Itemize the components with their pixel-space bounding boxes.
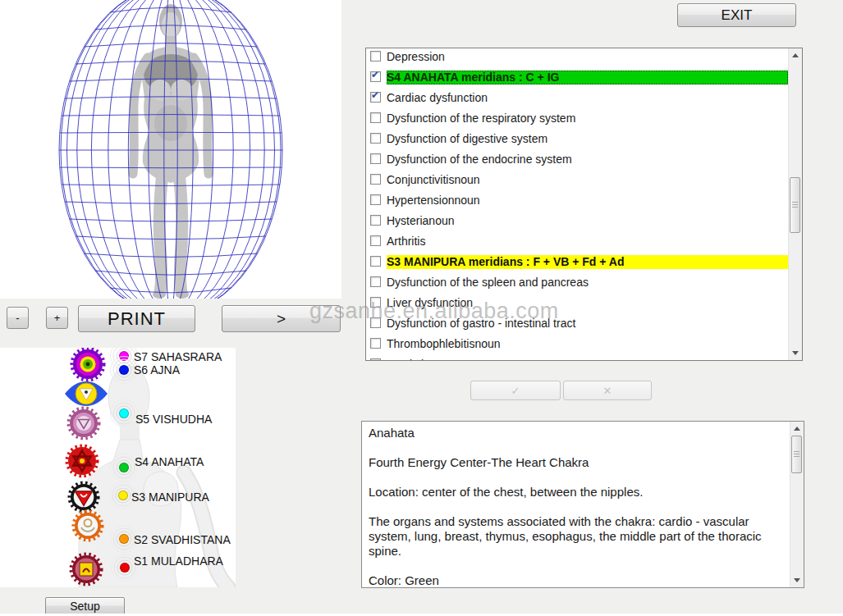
setup-button[interactable]: Setup [45,597,125,615]
symptom-row[interactable]: Depression [366,48,788,69]
symptom-label: Hysterianoun [387,214,788,228]
chakra-info-text: AnahataFourth Energy Center-The Heart Ch… [362,422,789,587]
symptom-label: S4 ANAHATA meridians : C + IG [387,71,788,84]
zoom-in-button[interactable]: + [46,307,68,329]
symptom-row[interactable]: ✔Cardiac dysfunction [366,89,788,110]
chakra-symbol-icon-s5 [66,406,101,444]
symptom-row[interactable]: Hypertensionnoun [366,192,788,212]
chakra-label-s7: S7 SAHASRARA [134,350,222,363]
confirm-button[interactable]: ✓ [470,381,561,400]
chakra-label-s6: S6 AJNA [134,363,180,376]
symptom-label: Dysfunction of digestive system [387,132,788,146]
symptom-checkbox[interactable] [370,215,381,226]
chakra-point-s4[interactable] [119,463,129,472]
symptom-checkbox[interactable] [370,256,381,267]
chakra-point-s5[interactable] [119,408,129,418]
chakra-label-s5: S5 VISHUDHA [135,413,212,426]
symptom-row[interactable]: Dysfunction of the endocrine system [366,151,788,171]
symptom-checkbox[interactable] [370,297,381,308]
symptom-checkbox[interactable] [370,317,381,328]
symptom-label: Depression [387,50,788,64]
symptom-list: Depression✔S4 ANAHATA meridians : C + IG… [366,48,788,360]
symptom-row[interactable]: Dysfunction of the respiratory system [366,110,788,130]
symptom-row[interactable]: Conjunctivitisnoun [366,171,788,192]
symptom-checkbox[interactable] [370,153,381,164]
symptom-label: S3 MANIPURA meridians : F + VB + Fd + Ad [387,255,788,269]
symptom-checkbox[interactable] [370,276,381,287]
symptom-label: Dysfunction of gastro - intestinal tract [387,317,788,331]
exit-button[interactable]: EXIT [677,3,796,27]
symptom-label: Cardiac dysfunction [387,91,788,105]
info-paragraph: Anahata [369,426,786,440]
check-icon: ✓ [511,385,520,397]
symptom-row[interactable]: Liver dysfunction [366,294,788,315]
symptom-row[interactable]: Dysfunction of digestive system [366,130,788,151]
chakra-point-s6[interactable] [119,365,129,375]
chakra-info-panel: AnahataFourth Energy Center-The Heart Ch… [361,421,804,588]
info-paragraph: Location: center of the chest, between t… [369,485,786,500]
symptom-row[interactable]: ✔S4 ANAHATA meridians : C + IG [366,69,788,89]
chakra-point-s2[interactable] [119,534,129,544]
scrollbar-thumb[interactable] [790,177,800,233]
cancel-button[interactable]: ✕ [563,381,652,400]
scroll-up-icon[interactable] [789,48,802,62]
chakra-analysis-window: - + PRINT > EXIT Depression✔S4 ANAHATA m… [0,0,843,616]
chakra-label-s2: S2 SVADHISTANA [134,533,231,546]
symptom-listbox: Depression✔S4 ANAHATA meridians : C + IG… [365,48,803,361]
symptom-label: Liver dysfunction [387,296,788,310]
symptom-row[interactable]: Thrombophlebitisnoun [366,335,788,356]
chakra-point-s3[interactable] [118,491,128,500]
symptom-label: Conjunctivitisnoun [387,173,788,187]
symptom-checkbox[interactable] [370,194,381,205]
scroll-up-icon[interactable] [790,422,804,436]
symptom-row[interactable]: Hysterianoun [366,212,788,233]
zoom-out-button[interactable]: - [7,307,29,329]
scroll-down-icon[interactable] [790,573,804,587]
info-paragraph: The organs and systems associated with t… [369,514,786,559]
symptom-checkbox[interactable] [370,358,381,360]
cross-icon: ✕ [603,385,612,397]
print-label: PRINT [108,308,166,330]
check-icon: ✔ [371,90,379,101]
symptom-checkbox[interactable] [370,51,381,62]
symptom-checkbox[interactable] [370,174,381,185]
chakra-legend-panel: S7 SAHASRARAS6 AJNAS5 VISHUDHAS4 ANAHATA… [0,348,236,587]
next-button[interactable]: > [222,305,341,332]
symptom-label: Hypertensionnoun [387,194,788,208]
symptom-list-scrollbar[interactable] [788,48,802,360]
symptom-label: Dysfunction of the endocrine system [387,153,788,167]
body-figure [133,4,208,299]
wireframe-body-viewport [0,0,341,299]
symptom-row[interactable]: Cystic breast [366,356,788,360]
symptom-row[interactable]: S3 MANIPURA meridians : F + VB + Fd + Ad [366,253,788,274]
symptom-row[interactable]: Dysfunction of gastro - intestinal tract [366,315,788,335]
zoom-in-label: + [54,312,61,324]
chakra-label-s1: S1 MULADHARA [134,554,223,568]
next-arrow-icon: > [277,310,286,328]
chakra-label-s3: S3 MANIPURA [131,491,209,504]
symptom-checkbox[interactable] [370,112,381,123]
symptom-row[interactable]: Dysfunction of the spleen and pancreas [366,274,788,294]
symptom-checkbox[interactable]: ✔ [370,71,381,82]
info-paragraph: Color: Green [369,573,786,587]
symptom-checkbox[interactable] [370,235,381,246]
symptom-label: Dysfunction of the spleen and pancreas [387,276,788,290]
symptom-checkbox[interactable] [370,338,381,349]
scrollbar-thumb[interactable] [791,436,802,473]
scroll-down-icon[interactable] [789,346,802,360]
symptom-label: Arthritis [387,235,788,249]
chakra-symbol-icon-s4 [65,444,99,481]
print-button[interactable]: PRINT [78,305,195,332]
symptom-label: Dysfunction of the respiratory system [387,112,788,125]
exit-label: EXIT [722,7,753,24]
check-icon: ✔ [371,70,379,80]
symptom-row[interactable]: Arthritis [366,233,788,253]
zoom-out-label: - [16,312,19,324]
chakra-symbol-icon-s2 [71,509,104,545]
info-scrollbar[interactable] [790,422,804,587]
symptom-checkbox[interactable]: ✔ [370,92,381,103]
symptom-label: Cystic breast [387,358,788,360]
chakra-label-s4: S4 ANAHATA [135,455,204,468]
symptom-checkbox[interactable] [370,133,381,144]
chakra-point-s1[interactable] [120,563,130,573]
